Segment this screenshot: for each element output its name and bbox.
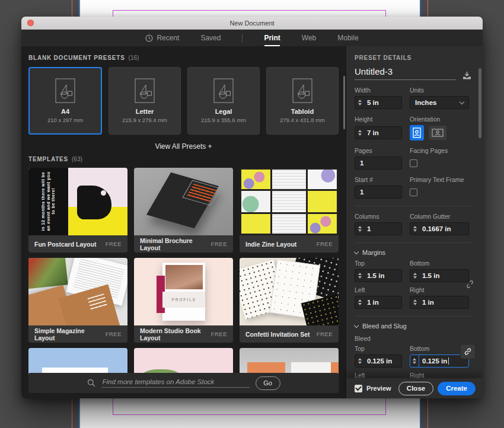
start-number-input[interactable]: 1: [355, 186, 402, 199]
stepper-arrows[interactable]: [410, 296, 419, 308]
height-value: 7 in: [364, 129, 379, 136]
columns-label: Columns: [355, 213, 402, 220]
search-icon: [87, 379, 95, 387]
facing-pages-checkbox[interactable]: [410, 159, 417, 167]
bleed-link-button[interactable]: [460, 344, 476, 359]
margin-bottom-stepper[interactable]: 1.5 in: [410, 269, 469, 282]
tab-web[interactable]: Web: [302, 30, 316, 46]
template-card-modern-studio-book[interactable]: PROFILE Modern Studio Book Layout FREE: [134, 258, 233, 343]
template-badge: FREE: [211, 331, 227, 337]
orientation-portrait-button[interactable]: [410, 125, 424, 140]
preset-dims: 279.4 x 431.8 mm: [280, 117, 325, 123]
tab-label: Print: [264, 34, 280, 42]
view-all-presets-button[interactable]: View All Presets +: [28, 142, 339, 151]
template-badge: FREE: [211, 241, 227, 247]
chevron-down-icon: [354, 322, 359, 327]
column-gutter-stepper[interactable]: 0.1667 in: [410, 222, 469, 235]
tab-label: Saved: [200, 34, 221, 42]
height-stepper[interactable]: 7 in: [355, 126, 402, 139]
preset-card-letter[interactable]: Letter 215.9 x 279.4 mm: [109, 67, 181, 135]
stepper-arrows[interactable]: [355, 127, 364, 139]
tab-mobile[interactable]: Mobile: [337, 30, 358, 46]
broken-link-icon[interactable]: [465, 280, 474, 289]
search-input[interactable]: [101, 378, 250, 388]
primary-text-frame-checkbox[interactable]: [410, 189, 417, 196]
tab-saved[interactable]: Saved: [200, 30, 221, 46]
pages-input[interactable]: 1: [355, 156, 402, 170]
preset-details-heading: PRESET DETAILS: [355, 55, 472, 61]
preset-name: Letter: [136, 108, 154, 115]
adobe-stock-searchbar: Go: [28, 373, 339, 393]
template-card-fun-postcard[interactable]: in 12 months there will be an event and …: [28, 168, 127, 253]
template-thumbnail: [240, 258, 339, 325]
landscape-icon: [432, 129, 444, 137]
close-traffic-light-icon[interactable]: [27, 20, 34, 26]
margin-right-stepper[interactable]: 1 in: [410, 296, 469, 309]
template-card-minimal-brochure[interactable]: Minimal Brochure Layout FREE: [134, 168, 233, 253]
template-card-simple-magazine[interactable]: Simple Magazine Layout FREE: [28, 258, 127, 343]
bleed-top-label: Top: [355, 345, 402, 352]
height-label: Height: [355, 116, 402, 123]
stepper-arrows[interactable]: [410, 355, 419, 367]
stepper-arrows[interactable]: [355, 296, 364, 308]
tab-divider: [242, 34, 243, 43]
blank-document-icon: [135, 78, 155, 103]
thumbnail-art-text: in 12 months there will be an event and …: [41, 169, 56, 234]
template-card-indie-zine[interactable]: Indie Zine Layout FREE: [240, 168, 339, 253]
template-card-confetti-invitation[interactable]: Confetti Invitation Set FREE: [240, 258, 339, 343]
template-thumbnail: in 12 months there will be an event and …: [28, 168, 127, 235]
tab-recent[interactable]: Recent: [145, 30, 179, 46]
stepper-arrows[interactable]: [355, 355, 364, 367]
margins-section-header[interactable]: Margins: [355, 249, 472, 256]
tab-label: Web: [302, 34, 316, 42]
bleed-slug-section-header[interactable]: Bleed and Slug: [355, 322, 472, 330]
preset-card-a4[interactable]: A4 210 x 297 mm: [28, 67, 102, 135]
create-button[interactable]: Create: [438, 382, 476, 395]
preset-dims: 215.9 x 279.4 mm: [122, 117, 167, 123]
document-name-input[interactable]: Untitled-3: [355, 66, 456, 80]
facing-pages-label: Facing Pages: [410, 147, 469, 154]
template-thumbnail: [28, 258, 127, 325]
template-name: Modern Studio Book Layout: [140, 327, 211, 341]
close-button[interactable]: Close: [398, 382, 433, 395]
template-thumbnail: PROFILE: [134, 258, 233, 325]
orientation-landscape-button[interactable]: [429, 126, 446, 140]
stepper-arrows[interactable]: [410, 223, 419, 235]
columns-stepper[interactable]: 1: [355, 222, 402, 235]
preset-dims: 210 x 297 mm: [47, 117, 83, 123]
stepper-arrows[interactable]: [355, 270, 364, 282]
margin-top-stepper[interactable]: 1.5 in: [355, 269, 402, 282]
columns-value: 1: [364, 225, 371, 232]
template-badge: FREE: [106, 331, 122, 337]
preset-name: Legal: [215, 108, 232, 115]
margin-left-label: Left: [355, 286, 402, 293]
preset-card-tabloid[interactable]: Tabloid 279.4 x 431.8 mm: [266, 67, 339, 135]
template-name: Simple Magazine Layout: [34, 327, 106, 341]
width-stepper[interactable]: 5 in: [355, 96, 402, 109]
save-preset-icon[interactable]: [462, 71, 472, 80]
blank-presets-heading: BLANK DOCUMENT PRESETS(16): [28, 55, 339, 61]
right-panel-scrollbar[interactable]: [479, 68, 481, 138]
margin-left-stepper[interactable]: 1 in: [355, 296, 402, 309]
margin-bottom-label: Bottom: [410, 260, 469, 267]
tab-print[interactable]: Print: [264, 30, 280, 46]
bleed-top-stepper[interactable]: 0.125 in: [355, 354, 402, 368]
clock-icon: [145, 34, 153, 42]
width-label: Width: [355, 87, 402, 94]
preview-checkbox[interactable]: [355, 385, 362, 392]
go-button[interactable]: Go: [256, 376, 280, 390]
blank-document-icon: [55, 78, 75, 103]
templates-heading: TEMPLATES(63): [28, 156, 339, 162]
template-name: Minimal Brochure Layout: [140, 237, 211, 251]
units-select[interactable]: Inches: [410, 96, 469, 109]
stepper-arrows[interactable]: [355, 223, 364, 235]
column-gutter-label: Column Gutter: [410, 213, 469, 220]
units-value: Inches: [415, 99, 436, 106]
stepper-arrows[interactable]: [355, 97, 364, 108]
presets-templates-panel: BLANK DOCUMENT PRESETS(16) A4 210 x 297 …: [21, 46, 346, 398]
stepper-arrows[interactable]: [410, 270, 419, 282]
preset-card-legal[interactable]: Legal 215.9 x 355.6 mm: [187, 67, 260, 135]
template-name: Confetti Invitation Set: [245, 331, 310, 338]
margin-right-label: Right: [410, 286, 469, 293]
left-panel-scrollbar[interactable]: [343, 76, 345, 129]
